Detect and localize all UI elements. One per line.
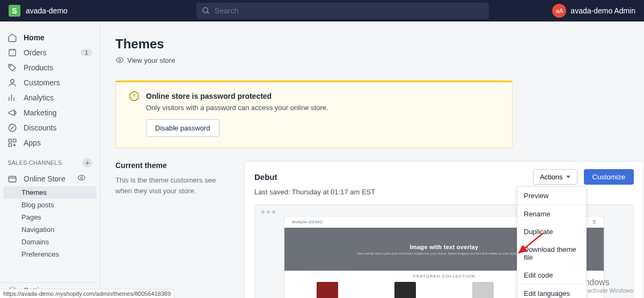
svg-rect-6	[9, 144, 11, 147]
nav-products[interactable]: Products	[0, 60, 100, 75]
add-channel-button[interactable]: +	[83, 158, 92, 168]
nav-online-store[interactable]: Online Store	[0, 171, 100, 186]
eye-icon[interactable]	[77, 173, 92, 184]
store-icon	[8, 174, 17, 184]
status-bar-url: https://avada-demo.myshopify.com/admin/t…	[0, 289, 174, 298]
sidebar-item-domains[interactable]: Domains	[0, 236, 100, 248]
main-content: Themes View your store Online store is p…	[100, 21, 644, 298]
dropdown-edit-languages[interactable]: Edit languages	[517, 285, 586, 298]
svg-point-10	[119, 59, 121, 61]
view-store-link[interactable]: View your store	[115, 56, 644, 64]
avatar: aA	[552, 4, 566, 18]
chart-icon	[8, 93, 17, 103]
dropdown-rename[interactable]: Rename	[517, 205, 586, 223]
shopify-logo-icon: S	[9, 5, 20, 17]
theme-name: Debut	[254, 172, 277, 181]
dropdown-edit-code[interactable]: Edit code	[517, 266, 586, 284]
user-icon	[8, 78, 17, 88]
actions-button[interactable]: Actions	[533, 169, 577, 185]
topbar: S avada-demo aA avada-demo Admin	[0, 0, 644, 21]
store-name: avada-demo	[26, 6, 68, 15]
sidebar-item-themes[interactable]: Themes	[3, 186, 97, 199]
customize-button[interactable]: Customize	[584, 169, 634, 185]
orders-icon	[8, 48, 17, 57]
nav-discounts[interactable]: Discounts	[0, 120, 100, 135]
search-input[interactable]	[215, 6, 484, 15]
user-label: avada-demo Admin	[570, 6, 635, 15]
password-warning-card: Online store is password protected Only …	[115, 81, 513, 148]
nav-home[interactable]: Home	[0, 30, 100, 45]
home-icon	[8, 33, 17, 42]
chevron-down-icon	[566, 176, 570, 178]
svg-rect-4	[9, 139, 11, 142]
nav-apps[interactable]: Apps	[0, 135, 100, 150]
preview-hero-title: Image with text overlay	[410, 244, 479, 250]
actions-dropdown: Preview Rename Duplicate Download theme …	[517, 186, 587, 298]
nav-customers[interactable]: Customers	[0, 75, 100, 90]
warning-icon	[129, 91, 140, 101]
warning-body-text: Only visitors with a password can access…	[146, 104, 501, 112]
dropdown-preview[interactable]: Preview	[517, 187, 586, 205]
svg-rect-0	[9, 49, 16, 56]
search-bar[interactable]	[196, 3, 489, 19]
nav-analytics[interactable]: Analytics	[0, 90, 100, 105]
theme-card: Debut Actions Customize Last saved: Thur…	[244, 161, 644, 298]
user-menu[interactable]: aA avada-demo Admin	[552, 4, 635, 18]
current-theme-heading: Current theme	[115, 161, 233, 170]
tag-icon	[8, 63, 17, 72]
megaphone-icon	[8, 108, 17, 118]
preview-hero-sub: Use overlay text to give your customers …	[357, 252, 531, 255]
svg-rect-7	[9, 176, 16, 182]
dropdown-duplicate[interactable]: Duplicate	[517, 223, 586, 241]
search-icon	[202, 6, 210, 15]
sidebar-item-preferences[interactable]: Preferences	[0, 248, 100, 260]
svg-rect-5	[13, 139, 16, 142]
orders-badge: 1	[80, 49, 92, 56]
sidebar-item-blog[interactable]: Blog posts	[0, 199, 100, 211]
discount-icon	[8, 123, 17, 133]
browser-dots	[261, 210, 275, 214]
disable-password-button[interactable]: Disable password	[146, 119, 219, 137]
nav-orders[interactable]: Orders1	[0, 45, 100, 60]
sales-channels-heading: SALES CHANNELS+	[0, 150, 100, 171]
dropdown-download[interactable]: Download theme file	[517, 241, 586, 266]
svg-point-8	[80, 177, 83, 179]
apps-icon	[8, 138, 17, 148]
sidebar-item-pages[interactable]: Pages	[0, 211, 100, 223]
svg-point-2	[11, 79, 14, 83]
sidebar: Home Orders1 Products Customers Analytic…	[0, 21, 100, 298]
eye-icon	[115, 56, 124, 64]
sidebar-item-navigation[interactable]: Navigation	[0, 223, 100, 236]
nav-marketing[interactable]: Marketing	[0, 105, 100, 120]
svg-point-1	[10, 66, 11, 67]
page-title: Themes	[115, 37, 644, 52]
current-theme-desc: This is the theme customers see when the…	[115, 175, 233, 196]
